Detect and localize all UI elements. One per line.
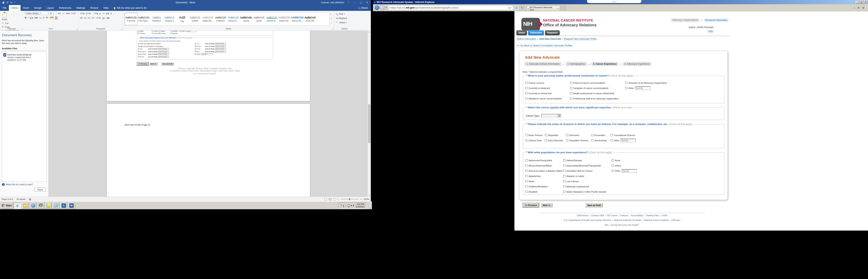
link[interactable]: Accessibility <box>210 68 217 69</box>
checkbox[interactable] <box>612 170 614 172</box>
checkbox-option[interactable]: Low Literacy <box>563 179 612 184</box>
taskbar-file-explorer-button[interactable] <box>22 203 29 209</box>
checkbox-option[interactable]: B.A./B.S.Area of Study <box>138 51 196 53</box>
ribbon-display-options-icon[interactable]: ⌃ <box>347 1 350 4</box>
checkbox[interactable] <box>525 87 528 89</box>
ribbon-tab-layout[interactable]: Layout <box>44 5 57 11</box>
volume-icon[interactable] <box>352 205 354 207</box>
share-button[interactable]: Share <box>359 5 371 11</box>
link[interactable]: OAR Home <box>178 68 185 69</box>
sort-icon[interactable]: A⇅ <box>106 12 109 15</box>
checkbox[interactable] <box>625 82 627 84</box>
vertical-scrollbar[interactable]: ▲ ▼ <box>368 31 371 197</box>
step-contact-information[interactable]: 1. Advocate Contact Information <box>525 62 561 66</box>
checkbox[interactable] <box>159 31 160 32</box>
checkbox[interactable] <box>525 139 528 142</box>
area-of-study-input[interactable] <box>158 53 169 55</box>
area-of-study-input[interactable] <box>215 48 226 50</box>
touch-keyboard-handle[interactable] <box>587 0 641 3</box>
checkbox[interactable] <box>525 97 528 100</box>
multilevel-list-icon[interactable]: ⋮▾ <box>92 12 98 15</box>
checkbox-option[interactable]: Ph.D.Area of Study <box>195 48 226 51</box>
tab-home[interactable]: Home <box>516 30 527 35</box>
ribbon-tab-view[interactable]: View <box>101 5 111 11</box>
checkbox-option[interactable]: Friend of cancer survivor/patient <box>570 80 625 86</box>
text-effects-icon[interactable]: 𝐀▾ <box>46 16 49 19</box>
checkbox-option[interactable]: Childhood/Pediatric <box>525 184 563 189</box>
link[interactable]: Contact OAR <box>186 68 194 69</box>
tray-clock[interactable]: 4:06 PM 9/19/2017 <box>356 203 365 208</box>
styles-gallery-scroll[interactable]: ▲▼≡ <box>329 12 333 25</box>
word-count[interactable]: 12 words <box>17 198 26 200</box>
style-card[interactable]: AaBbCcDiIntense Q... <box>266 13 278 25</box>
link[interactable]: National Institutes of Health <box>614 219 641 221</box>
network-icon[interactable] <box>347 205 350 207</box>
styles-dialog-launcher-icon[interactable] <box>332 28 334 30</box>
zoom-slider-thumb[interactable] <box>349 198 350 200</box>
taskbar-internet-explorer-button[interactable]: e <box>14 203 21 209</box>
redo-icon[interactable]: ↻ <box>10 1 12 4</box>
checkbox[interactable] <box>591 139 593 142</box>
checkbox-option[interactable]: Korean <box>159 32 170 34</box>
tab-advocates[interactable]: Advocates <box>528 30 544 35</box>
link[interactable]: OAR Home <box>577 214 588 217</box>
checkbox[interactable] <box>563 180 565 182</box>
checkbox-option[interactable]: Prevention <box>591 132 611 138</box>
recovered-file-item[interactable]: W Interview Guide [Original] Version cre… <box>3 53 45 61</box>
link[interactable]: Policies <box>204 68 209 69</box>
checkbox[interactable] <box>138 56 139 57</box>
checkbox-option[interactable]: Cancer survivor <box>525 80 570 86</box>
link[interactable]: National Institutes of Health <box>200 70 217 71</box>
style-card[interactable]: AaBbCcDiQuote <box>253 13 266 25</box>
ribbon-tab-references[interactable]: References <box>56 5 74 11</box>
specify-input[interactable] <box>635 86 650 90</box>
change-case-icon[interactable]: Aa▾ <box>66 12 70 15</box>
checkbox-option[interactable]: Urban <box>612 163 637 168</box>
link[interactable]: Viewing Files <box>219 68 227 69</box>
link[interactable]: U.S. Department of Health and Human Serv… <box>564 219 611 221</box>
font-dialog-launcher-icon[interactable] <box>76 28 78 30</box>
area-of-study-input[interactable] <box>158 56 169 58</box>
forward-button[interactable]: → <box>380 5 385 10</box>
checkbox[interactable] <box>525 180 528 182</box>
select-button[interactable]: ↖Select ▾ <box>336 20 353 25</box>
link[interactable]: Policies <box>620 214 628 217</box>
ribbon-tab-insert[interactable]: Insert <box>21 5 32 11</box>
find-button[interactable]: Find ▾ <box>336 12 353 16</box>
cut-button[interactable]: ✂Cut <box>2 21 19 25</box>
start-button[interactable]: Start <box>0 203 13 209</box>
checkbox-option[interactable]: German <box>152 32 159 34</box>
link[interactable]: Add New Advocate <box>539 38 561 40</box>
checkbox-option[interactable]: Chinese <box>137 32 152 34</box>
checkbox-option[interactable]: Other <box>612 168 637 174</box>
customize-qat-icon[interactable]: ▾ <box>14 1 15 4</box>
step-demographics[interactable]: 2. Demographics <box>565 62 587 66</box>
link[interactable]: Request New Advocate Profile <box>564 38 597 40</box>
line-spacing-icon[interactable]: ↕▾ <box>96 17 101 19</box>
justify-icon[interactable] <box>92 17 95 19</box>
checkbox-option[interactable]: Other <box>611 138 636 143</box>
checkbox[interactable] <box>525 164 528 166</box>
style-card[interactable]: AABBCCDIIntense Re... <box>291 13 304 25</box>
show-desktop-button[interactable] <box>369 202 372 209</box>
checkbox-option[interactable]: Spanish <box>170 32 179 34</box>
proofing-icon[interactable]: ▤ <box>29 198 31 200</box>
area-of-study-input[interactable] <box>215 45 226 47</box>
checkbox[interactable] <box>525 134 528 136</box>
checkbox[interactable] <box>570 97 572 100</box>
show-formatting-icon[interactable]: ¶ <box>111 12 112 15</box>
checkbox[interactable] <box>159 33 160 34</box>
back-button[interactable]: ← <box>374 5 379 10</box>
new-tab-button[interactable] <box>561 6 566 10</box>
clipboard-dialog-launcher-icon[interactable] <box>21 28 23 30</box>
checkbox[interactable] <box>138 43 139 44</box>
dropdown-arrow-icon[interactable]: ▼ <box>558 114 561 117</box>
checkbox-option[interactable]: Clinical Trials <box>525 138 545 143</box>
checkbox[interactable] <box>137 33 139 34</box>
checkbox-option[interactable]: Translational Science <box>611 132 636 138</box>
checkbox[interactable] <box>563 170 565 172</box>
checkbox[interactable] <box>591 134 593 136</box>
checkbox[interactable] <box>138 46 139 47</box>
link[interactable]: NCI Home <box>607 214 618 217</box>
save-as-draft-button[interactable]: Save as Draft <box>585 203 603 207</box>
